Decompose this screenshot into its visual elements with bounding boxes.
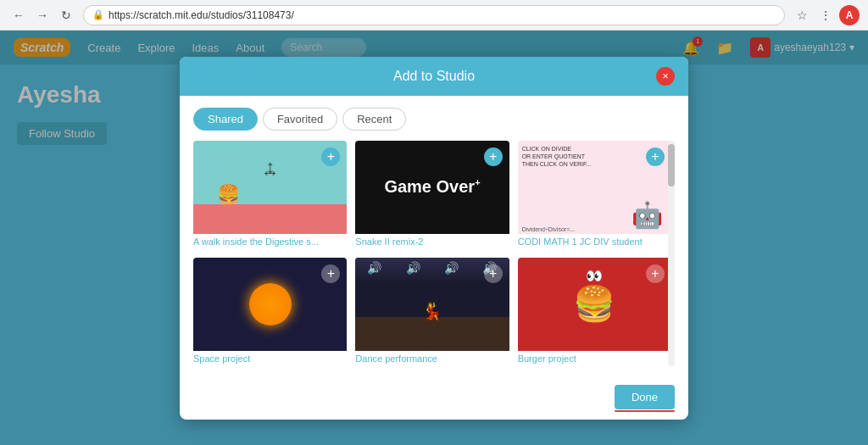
project-thumb-3: CLICK ON DIVIDEOR ENTER QUOTIENTTHEN CLI… — [518, 141, 671, 234]
add-project-1-button[interactable]: + — [321, 147, 340, 166]
back-button[interactable]: ← — [8, 5, 29, 25]
tab-shared[interactable]: Shared — [193, 108, 258, 131]
eyes-icon: 👀 — [586, 268, 603, 284]
modal-header: Add to Studio × — [180, 57, 688, 96]
project-card-4[interactable]: + Space project — [193, 258, 347, 366]
project-card-5[interactable]: 💃 🔊 🔊 🔊 🔊 + Dance performance — [355, 258, 509, 366]
gameover-text: Game Over+ — [384, 177, 480, 197]
dancer-icon: 💃 — [421, 301, 442, 321]
modal-body: Shared Favorited Recent ↔ ↕ 🍔 + — [180, 96, 688, 378]
project-card-2[interactable]: Game Over+ + Snake II remix-2 — [355, 141, 509, 249]
lock-icon: 🔒 — [92, 9, 104, 20]
project-thumb-4: + — [193, 258, 347, 351]
ground-element — [193, 204, 347, 234]
bookmark-button[interactable]: ☆ — [792, 5, 812, 25]
add-project-5-button[interactable]: + — [484, 264, 503, 283]
more-button[interactable]: ⋮ — [815, 5, 836, 25]
arrows-vertical-icon: ↕ — [265, 156, 275, 178]
project-name-2: Snake II remix-2 — [355, 234, 509, 249]
project-name-5: Dance performance — [355, 351, 509, 366]
project-thumb-1: ↔ ↕ 🍔 + — [193, 141, 347, 234]
scrollbar-thumb[interactable] — [668, 144, 675, 186]
forward-button[interactable]: → — [32, 5, 53, 25]
profile-icon[interactable]: A — [839, 5, 860, 25]
add-project-2-button[interactable]: + — [484, 147, 503, 166]
done-button[interactable]: Done — [615, 385, 675, 409]
formula-text: Dividend÷Divisor=... — [522, 226, 575, 232]
add-project-6-button[interactable]: + — [646, 264, 665, 283]
address-bar[interactable]: 🔒 https://scratch.mit.edu/studios/311084… — [83, 5, 785, 25]
tab-recent[interactable]: Recent — [342, 108, 406, 131]
modal-title: Add to Studio — [212, 69, 656, 84]
browser-nav-buttons: ← → ↻ — [8, 5, 76, 25]
burger-icon: 🍔 — [573, 284, 615, 324]
scrollbar-track[interactable] — [668, 141, 675, 366]
modal-close-button[interactable]: × — [656, 67, 675, 86]
sun-icon — [249, 283, 292, 325]
robot-icon: 🤖 — [632, 200, 663, 230]
project-thumb-6: 🍔 👀 + — [518, 258, 671, 351]
project-card-3[interactable]: CLICK ON DIVIDEOR ENTER QUOTIENTTHEN CLI… — [518, 141, 671, 249]
modal-tabs: Shared Favorited Recent — [193, 108, 675, 131]
project-name-3: CODI MATH 1 JC DIV student — [518, 234, 671, 249]
url-text: https://scratch.mit.edu/studios/31108473… — [108, 9, 294, 21]
character-icon: 🍔 — [217, 184, 240, 206]
project-thumb-5: 💃 🔊 🔊 🔊 🔊 + — [355, 258, 509, 351]
stage-floor — [355, 317, 509, 351]
project-name-6: Burger project — [518, 351, 671, 366]
add-project-3-button[interactable]: + — [646, 147, 665, 166]
reload-button[interactable]: ↻ — [56, 5, 76, 25]
project-name-1: A walk inside the Digestive s... — [193, 234, 347, 249]
modal-footer: Done — [180, 378, 688, 420]
projects-grid-wrapper: ↔ ↕ 🍔 + A walk inside the Digestive s...… — [193, 141, 675, 366]
browser-actions: ☆ ⋮ A — [792, 5, 860, 25]
codimath-text: CLICK ON DIVIDEOR ENTER QUOTIENTTHEN CLI… — [522, 145, 592, 168]
add-project-4-button[interactable]: + — [321, 264, 340, 283]
tab-favorited[interactable]: Favorited — [263, 108, 337, 131]
add-to-studio-modal: Add to Studio × Shared Favorited Recent … — [180, 57, 688, 420]
done-button-wrapper: Done — [615, 385, 675, 409]
projects-grid: ↔ ↕ 🍔 + A walk inside the Digestive s...… — [193, 141, 675, 366]
modal-overlay: Add to Studio × Shared Favorited Recent … — [0, 31, 868, 445]
project-card-1[interactable]: ↔ ↕ 🍔 + A walk inside the Digestive s... — [193, 141, 347, 249]
project-thumb-2: Game Over+ + — [355, 141, 509, 234]
browser-chrome: ← → ↻ 🔒 https://scratch.mit.edu/studios/… — [0, 0, 868, 31]
project-card-6[interactable]: 🍔 👀 + Burger project — [518, 258, 671, 366]
project-name-4: Space project — [193, 351, 347, 366]
